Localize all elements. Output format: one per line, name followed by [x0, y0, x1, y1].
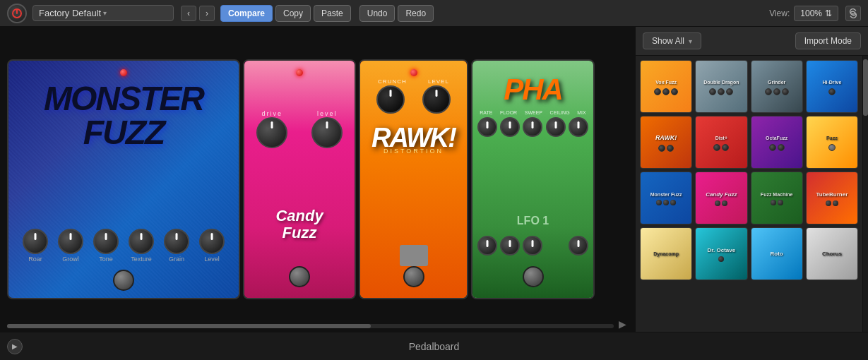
thumb-monster-fuzz[interactable]: Monster Fuzz [640, 172, 692, 224]
rawk-title: RAWK! DISTORTION [360, 124, 467, 155]
knob-floor[interactable] [500, 117, 520, 137]
thumb-label-8: Fuzz [825, 134, 839, 142]
led-candy-fuzz [296, 69, 303, 76]
knob-level-rawk[interactable] [422, 85, 451, 114]
knob-grain[interactable] [164, 229, 189, 254]
power-button[interactable] [7, 4, 27, 23]
thumb-grinder[interactable]: Grinder [751, 60, 803, 113]
rawk-param-labels: CRUNCH LEVEL [360, 78, 467, 85]
knob-feedback[interactable] [500, 236, 520, 256]
link-icon-button[interactable] [845, 6, 861, 21]
grid-scrollbar[interactable] [862, 56, 868, 332]
monster-fuzz-knobs: Roar Growl Tone Texture Grain Level [23, 229, 225, 263]
thumb-label-13: Dynacomp [652, 250, 680, 258]
knob-sweep[interactable] [523, 117, 542, 137]
thumb-tubeburner[interactable]: TubeBurner [806, 172, 858, 224]
footswitch-phaser[interactable] [523, 266, 544, 287]
view-control: View: 100% ⇅ [769, 6, 861, 21]
toolbar: Factory Default ▾ ‹ › Compare Copy Paste… [0, 0, 868, 27]
candy-fuzz-title: Candy Fuzz [244, 208, 355, 241]
preset-dropdown[interactable]: Factory Default ▾ [32, 5, 174, 21]
import-mode-button[interactable]: Import Mode [795, 32, 861, 49]
knob-growl[interactable] [58, 229, 83, 254]
knob-level-cf[interactable] [311, 117, 343, 148]
knob-mix[interactable] [569, 117, 588, 137]
thumb-label-16: Chorus [821, 249, 843, 258]
thumb-label-4: Hi-Drive [821, 78, 843, 86]
paste-button[interactable]: Paste [314, 5, 351, 22]
knob-texture[interactable] [129, 229, 154, 254]
knob-order[interactable] [477, 236, 497, 256]
phaser-knob-placeholder [546, 236, 566, 256]
footswitch-candy-fuzz[interactable] [289, 266, 310, 287]
show-all-dropdown-arrow: ▾ [689, 37, 692, 45]
led-monster-fuzz [120, 69, 127, 76]
preset-name: Factory Default [39, 8, 103, 18]
thumb-vox-fuzz[interactable]: Vox Fuzz [640, 60, 692, 113]
thumb-label-14: Dr. Octave [706, 246, 737, 255]
pedal-rawk[interactable]: CRUNCH LEVEL RAWK! DISTORTION [359, 59, 468, 299]
thumb-dynacomp[interactable]: Dynacomp [640, 227, 692, 280]
thumb-hi-drive[interactable]: Hi-Drive [806, 60, 858, 113]
knob-roar[interactable] [23, 229, 48, 254]
footswitch-monster-fuzz[interactable] [113, 270, 134, 291]
knob-rate[interactable] [477, 117, 497, 137]
thumb-octafuzz[interactable]: OctaFuzz [751, 116, 803, 169]
undo-button[interactable]: Undo [359, 5, 396, 22]
knob-syn[interactable] [569, 236, 588, 256]
rawk-footswitch-box[interactable] [400, 245, 428, 266]
show-all-label: Show All [652, 36, 684, 46]
thumb-label-9: Monster Fuzz [649, 191, 684, 198]
candy-fuzz-knobs [244, 117, 355, 148]
knob-ceiling[interactable] [546, 117, 566, 137]
phaser-top-labels: RATE FLOOR SWEEP CEILING MIX [472, 110, 593, 115]
compare-button[interactable]: Compare [220, 5, 273, 22]
thumb-label-11: Fuzz Machine [759, 191, 795, 198]
grid-scroll-thumb [863, 59, 868, 116]
copy-button[interactable]: Copy [275, 5, 311, 22]
knob-tone-mf[interactable] [93, 229, 119, 254]
thumb-label-3: Grinder [766, 78, 787, 86]
view-value-control[interactable]: 100% ⇅ [794, 6, 838, 21]
pedals-row: MONSTER FUZZ Roar Growl Tone Texture Gra… [0, 27, 635, 332]
nav-forward-button[interactable]: › [199, 6, 215, 21]
phaser-title: PHA [472, 75, 593, 104]
view-arrows: ⇅ [825, 8, 832, 18]
thumb-label-7: OctaFuzz [764, 134, 789, 142]
pedal-scrollbar-track[interactable] [7, 324, 614, 328]
view-percentage: 100% [800, 8, 822, 18]
preset-dropdown-arrow: ▾ [103, 9, 167, 17]
nav-back-button[interactable]: ‹ [181, 6, 196, 21]
knob-crunch[interactable] [376, 85, 405, 114]
play-button[interactable]: ▶ [7, 339, 23, 354]
right-panel-header: Show All ▾ Import Mode [636, 27, 868, 56]
thumb-dr-octave[interactable]: Dr. Octave [695, 227, 747, 280]
thumb-rawk[interactable]: RAWK! [640, 116, 692, 169]
knob-tone-phaser[interactable] [523, 236, 542, 256]
play-icon: ▶ [12, 342, 18, 350]
thumb-label-10: Candy Fuzz [704, 190, 738, 199]
scroll-arrow-right[interactable]: ▶ [619, 318, 626, 330]
bottom-bar: ▶ Pedalboard [0, 332, 868, 360]
thumb-label-5: RAWK! [654, 133, 679, 143]
thumb-fuzz-machine[interactable]: Fuzz Machine [751, 172, 803, 224]
redo-button[interactable]: Redo [398, 5, 434, 22]
footswitch-rawk[interactable] [403, 266, 424, 287]
pedal-candy-fuzz[interactable]: drive level Candy Fuzz [243, 59, 356, 299]
thumb-label-2: Double Dragon [702, 78, 740, 86]
thumb-dist-plus[interactable]: Dist+ [695, 116, 747, 169]
thumb-fuzz[interactable]: Fuzz [806, 116, 858, 169]
thumb-roto[interactable]: Roto [751, 227, 803, 280]
phaser-top-knobs [472, 117, 593, 137]
pedalboard-area: MONSTER FUZZ Roar Growl Tone Texture Gra… [0, 27, 635, 332]
pedal-phaser[interactable]: PHA RATE FLOOR SWEEP CEILING MIX [471, 59, 595, 299]
thumb-candy-fuzz[interactable]: Candy Fuzz [695, 172, 747, 224]
thumb-double-dragon[interactable]: Double Dragon [695, 60, 747, 113]
knob-drive-cf[interactable] [256, 117, 287, 148]
knob-level-mf[interactable] [199, 229, 225, 254]
pedal-monster-fuzz[interactable]: MONSTER FUZZ Roar Growl Tone Texture Gra… [7, 59, 240, 299]
thumb-chorus[interactable]: Chorus [806, 227, 858, 280]
show-all-button[interactable]: Show All ▾ [643, 32, 701, 49]
phaser-bottom-knobs [472, 236, 593, 256]
thumb-label-6: Dist+ [714, 134, 729, 142]
